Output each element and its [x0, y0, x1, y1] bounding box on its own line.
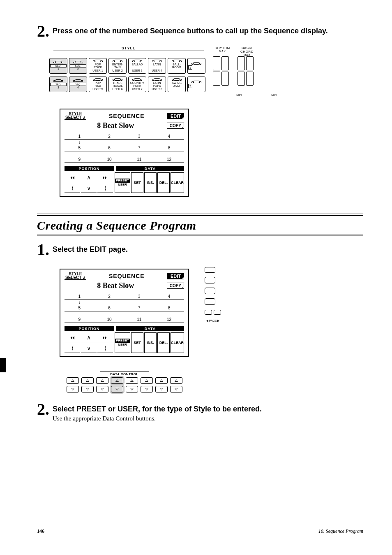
sequence-slot[interactable]: 4	[154, 132, 184, 139]
sequence-slot[interactable]: 10	[95, 151, 125, 163]
style-select-button[interactable]: STYLE SELECT	[65, 272, 86, 280]
step-text: Select PRESET or USER, for the type of S…	[53, 403, 363, 422]
data-control-down-button[interactable]	[81, 386, 94, 392]
data-button[interactable]: DEL.	[157, 332, 170, 353]
data-control-down-button[interactable]	[96, 386, 108, 392]
position-header: POSITION	[65, 326, 114, 331]
data-button[interactable]: SET	[131, 172, 143, 193]
style-button[interactable]: SWINGJAZZ	[168, 77, 186, 92]
data-control-up-button[interactable]	[126, 377, 138, 384]
sequence-slot[interactable]: 7	[125, 300, 154, 311]
style-button[interactable]: POPR&BUSER 5	[89, 77, 107, 92]
position-button[interactable]: ⟩	[97, 183, 113, 193]
sequence-slot[interactable]: 7	[125, 140, 154, 151]
style-button[interactable]: 2	[187, 77, 205, 92]
sequence-slot[interactable]: 8	[154, 300, 184, 311]
position-button[interactable]: ⟨	[65, 343, 80, 353]
position-button[interactable]: ∧	[81, 332, 97, 342]
style-button[interactable]: LATINPOPSUSER 8	[148, 77, 166, 92]
data-control-down-button[interactable]	[155, 386, 168, 392]
position-button[interactable]: ∨	[81, 183, 97, 193]
data-control-up-button[interactable]	[81, 377, 94, 384]
position-button[interactable]: ⏮	[65, 332, 80, 342]
sequence-slot[interactable]: ↕5	[65, 140, 95, 151]
sequence-slot[interactable]: ↕5	[65, 300, 95, 311]
sequence-slot[interactable]: 6	[95, 140, 125, 151]
sequence-slot[interactable]: 2	[95, 292, 125, 300]
section-title: Creating a Sequence Program	[37, 218, 363, 232]
copy-button[interactable]: COPY	[167, 283, 184, 289]
data-button[interactable]: CLEAR	[171, 332, 184, 353]
sequence-slot[interactable]: 3	[125, 132, 154, 139]
position-button[interactable]: ⟩	[97, 343, 113, 353]
style-button[interactable]: SEQ.4	[69, 77, 87, 92]
data-button[interactable]: INS.	[144, 172, 157, 193]
data-control-down-button[interactable]	[170, 386, 182, 392]
data-control-up-button[interactable]	[141, 377, 153, 384]
data-control-label: DATA CONTROL	[100, 372, 149, 376]
sequence-slot[interactable]: 9	[65, 311, 95, 323]
edit-button[interactable]: EDIT	[167, 273, 184, 279]
edit-button[interactable]: EDIT	[167, 113, 184, 119]
display-side-button[interactable]	[205, 267, 215, 273]
position-button[interactable]: ∧	[81, 172, 97, 182]
style-button[interactable]: LATIN USER 4	[148, 58, 166, 74]
position-button[interactable]: ∨	[81, 343, 97, 353]
sequence-slot[interactable]: 10	[95, 311, 125, 323]
style-button[interactable]: ENTER-TAINUSER 2	[108, 58, 127, 74]
data-button[interactable]: PRESETUSER	[115, 332, 130, 353]
sequence-slot[interactable]: 4	[154, 292, 184, 300]
display-side-button[interactable]	[205, 277, 215, 283]
sequence-slot[interactable]: 8	[154, 140, 184, 151]
step-2-top: 2. Press one of the numbered Sequence bu…	[37, 25, 363, 38]
max-label: MAX	[237, 53, 257, 56]
data-control-up-button[interactable]	[67, 377, 79, 384]
style-button[interactable]: POPROCKUSER 1	[89, 58, 107, 74]
style-button[interactable]: TRADI-TIONALUSER 6	[108, 77, 127, 92]
step-number: 1.	[37, 243, 49, 256]
sequence-slot[interactable]: 1	[65, 132, 95, 139]
data-button[interactable]: PRESETUSER	[115, 172, 130, 193]
data-control-up-button[interactable]	[155, 377, 168, 384]
style-button[interactable]: BALLAD USER 3	[128, 58, 146, 74]
data-control-up-button[interactable]	[96, 377, 108, 384]
sequence-slot[interactable]: 9	[65, 151, 95, 163]
sequence-slot[interactable]: 6	[95, 300, 125, 311]
page-right-button[interactable]	[214, 310, 221, 315]
style-button[interactable]: SEQ.2	[69, 58, 87, 74]
position-button[interactable]: ⟨	[65, 183, 80, 193]
data-control-up-button[interactable]	[111, 377, 123, 384]
data-control-down-button[interactable]	[126, 386, 138, 392]
sequence-slot[interactable]: 12	[154, 311, 184, 323]
data-control-down-button[interactable]	[67, 386, 79, 392]
style-button[interactable]: BALL-ROOM	[168, 58, 186, 74]
style-select-button[interactable]: STYLE SELECT	[65, 112, 86, 120]
data-control-down-button[interactable]	[111, 386, 123, 392]
position-button[interactable]: ⏭	[97, 332, 113, 342]
sequence-slot[interactable]: 11	[125, 151, 154, 163]
style-button[interactable]: SEQ.1	[49, 58, 67, 74]
style-button[interactable]: SEQ.3	[49, 77, 67, 92]
sequence-slot[interactable]: 3	[125, 292, 154, 300]
page-left-button[interactable]	[205, 310, 212, 315]
triangle-up-icon	[115, 379, 119, 382]
data-control-up-button[interactable]	[170, 377, 182, 384]
display-side-button[interactable]	[205, 298, 215, 305]
position-button[interactable]: ⏮	[65, 172, 80, 182]
sequence-slot[interactable]: 12	[154, 151, 184, 163]
data-control-down-button[interactable]	[141, 386, 153, 392]
data-button[interactable]: SET	[131, 332, 143, 353]
data-button[interactable]: CLEAR	[171, 172, 184, 193]
position-button[interactable]: ⏭	[97, 172, 113, 182]
style-button[interactable]: 1	[187, 58, 205, 74]
display-side-button[interactable]	[205, 288, 215, 294]
data-button[interactable]: INS.	[144, 332, 157, 353]
copy-button[interactable]: COPY	[167, 123, 184, 129]
sequence-slot[interactable]: 1	[65, 292, 95, 300]
position-header: POSITION	[65, 166, 114, 171]
sequence-slot[interactable]: 11	[125, 311, 154, 323]
style-row-2: SEQ.3SEQ.4POPR&BUSER 5TRADI-TIONALUSER 6…	[49, 77, 205, 93]
data-button[interactable]: DEL.	[157, 172, 170, 193]
style-button[interactable]: COUNTRYFORKUSER 7	[128, 77, 146, 92]
sequence-slot[interactable]: 2	[95, 132, 125, 139]
